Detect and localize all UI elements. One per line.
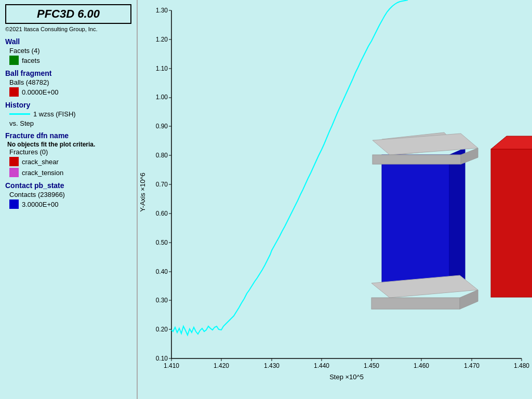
facets-label: facets [22,57,40,64]
x-tick-1.450: 1.450 [364,362,379,369]
contact-header: Contact pb_state [5,181,131,190]
svg-rect-0 [138,0,532,399]
y-tick-1.30: 1.30 [156,7,168,14]
y-tick-1.10: 1.10 [156,65,168,72]
y-tick-0.30: 0.30 [156,297,168,304]
y-tick-0.80: 0.80 [156,152,168,159]
history-header: History [5,101,131,109]
balls-legend-row: 0.0000E+00 [9,87,131,97]
red-cube-front-face [491,149,532,297]
crack-shear-legend-row: crack_shear [9,157,131,166]
y-tick-0.40: 0.40 [156,268,168,275]
left-panel: PFC3D 6.00 ©2021 Itasca Consulting Group… [0,0,138,399]
y-tick-0.70: 0.70 [156,181,168,188]
blue-cube-front-face [382,155,449,287]
no-objects-text: No objects fit the plot criteria. [7,141,131,148]
history-legend-row: 1 wzss (FISH) [9,110,131,118]
fracture-header: Fracture dfn name [5,131,131,140]
crack-shear-color-swatch [9,157,19,166]
contacts-legend-row: 3.0000E+00 [9,200,131,209]
x-tick-1.480: 1.480 [514,362,529,369]
balls-color-swatch [9,87,19,97]
crack-tension-color-swatch [9,168,19,177]
x-tick-1.420: 1.420 [214,362,229,369]
y-tick-1.00: 1.00 [156,94,168,101]
chart-svg: 0.10 0.20 0.30 0.40 0.50 0.60 0.70 0.80 … [138,0,532,399]
y-tick-0.90: 0.90 [156,123,168,130]
copyright: ©2021 Itasca Consulting Group, Inc. [5,26,131,32]
crack-shear-label: crack_shear [22,158,59,166]
facets-legend-row: facets [9,56,131,65]
y-tick-0.50: 0.50 [156,239,168,246]
y-axis-label: Y-Axis ×10^6 [139,172,147,211]
x-tick-1.460: 1.460 [414,362,429,369]
facets-sub: Facets (4) [9,47,131,55]
x-tick-1.430: 1.430 [264,362,280,369]
history-line-swatch [9,113,30,115]
history-vs-label: vs. Step [9,119,131,127]
contacts-sub: Contacts (238966) [9,191,131,198]
ball-fragment-header: Ball fragment [5,69,131,77]
y-tick-0.20: 0.20 [156,326,168,333]
wall-header: Wall [5,37,131,46]
crack-tension-legend-row: crack_tension [9,168,131,177]
y-tick-1.20: 1.20 [156,36,168,43]
chart-area: 0.10 0.20 0.30 0.40 0.50 0.60 0.70 0.80 … [138,0,532,399]
blue-cube-right-face [449,148,465,287]
y-tick-0.60: 0.60 [156,210,168,217]
blue-top-platform-front [373,155,461,164]
balls-value: 0.0000E+00 [22,88,58,96]
x-tick-1.440: 1.440 [314,362,329,369]
contacts-value: 3.0000E+00 [22,201,58,208]
facets-color-swatch [9,56,19,65]
fractures-sub: Fractures (0) [9,148,131,156]
x-axis-label: Step ×10^5 [329,373,364,381]
blue-platform-front [371,298,460,309]
crack-tension-label: crack_tension [22,169,63,177]
y-tick-0.10: 0.10 [156,355,168,362]
x-tick-1.410: 1.410 [164,362,179,369]
balls-sub: Balls (48782) [9,78,131,86]
history-line-label: 1 wzss (FISH) [33,110,76,118]
app-title: PFC3D 6.00 [5,4,131,24]
contacts-color-swatch [9,200,19,209]
x-tick-1.470: 1.470 [464,362,480,369]
